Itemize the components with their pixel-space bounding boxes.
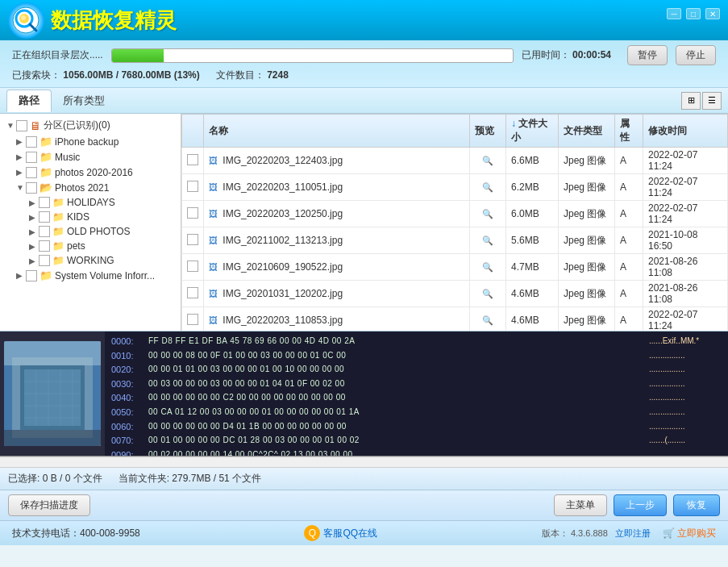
qq-online-button[interactable]: Q 客服QQ在线 [304, 525, 377, 541]
file-type: Jpeg 图像 [559, 281, 615, 307]
row-checkbox[interactable] [187, 234, 198, 245]
tree-item-music[interactable]: ▶ 📁 Music [0, 149, 181, 165]
sysvolume-toggle-icon[interactable]: ▶ [16, 271, 26, 280]
row-checkbox[interactable] [187, 287, 198, 298]
table-row[interactable]: 🖼 IMG_20220203_120250.jpg 🔍 6.0MB Jpeg 图… [182, 201, 728, 227]
tree-item-pets[interactable]: ▶ 📁 pets [0, 239, 181, 253]
holidays-label: HOLIDAYS [67, 197, 115, 208]
tab-type[interactable]: 所有类型 [52, 90, 116, 111]
working-checkbox[interactable] [39, 255, 50, 266]
hex-bytes: 00 03 00 00 00 03 00 00 00 01 04 01 0F 0… [148, 377, 643, 392]
hex-bytes: 00 CA 01 12 00 03 00 00 00 01 00 00 00 0… [148, 406, 643, 420]
oldphotos-checkbox[interactable] [39, 226, 50, 237]
table-row[interactable]: 🖼 IMG_20220203_122403.jpg 🔍 6.6MB Jpeg 图… [182, 148, 728, 174]
col-size[interactable]: ↓ 文件大小 [506, 115, 559, 148]
preview-area: 0000: FF D8 FF E1 DF BA 45 78 69 66 00 0… [0, 331, 728, 457]
iphone-backup-checkbox[interactable] [26, 136, 37, 148]
tree-item-system-volume[interactable]: ▶ 📁 System Volume Inforr... [0, 268, 181, 283]
file-name: IMG_20220203_110853.jpg [223, 315, 343, 326]
preview-search-icon[interactable]: 🔍 [482, 209, 493, 219]
recover-button[interactable]: 恢复 [673, 494, 720, 516]
hex-ascii: ................ [649, 349, 722, 364]
photos2021-toggle-icon[interactable]: ▼ [16, 183, 26, 192]
table-row[interactable]: 🖼 IMG_20210609_190522.jpg 🔍 4.7MB Jpeg 图… [182, 254, 728, 281]
minimize-button[interactable]: ─ [667, 8, 681, 19]
row-checkbox[interactable] [187, 181, 198, 192]
photos2021-checkbox[interactable] [26, 182, 37, 194]
table-row[interactable]: 🖼 IMG_20220203_110853.jpg 🔍 4.6MB Jpeg 图… [182, 307, 728, 331]
row-checkbox[interactable] [187, 207, 198, 219]
file-name: IMG_20220203_120250.jpg [223, 208, 343, 219]
folder-status: 当前文件夹: 279.7MB / 51 个文件 [119, 472, 261, 486]
kids-toggle-icon[interactable]: ▶ [29, 213, 39, 222]
sysvolume-checkbox[interactable] [26, 270, 37, 281]
status-bar: 已选择: 0 B / 0 个文件 当前文件夹: 279.7MB / 51 个文件 [0, 468, 728, 490]
row-checkbox[interactable] [187, 154, 198, 165]
oldphotos-toggle-icon[interactable]: ▶ [29, 227, 39, 236]
preview-search-icon[interactable]: 🔍 [482, 289, 493, 298]
pets-toggle-icon[interactable]: ▶ [29, 242, 39, 251]
tree-item-photos-2020[interactable]: ▶ 📁 photos 2020-2016 [0, 165, 181, 180]
hex-ascii: ................ [649, 377, 722, 392]
table-row[interactable]: 🖼 IMG_20211002_113213.jpg 🔍 5.6MB Jpeg 图… [182, 227, 728, 254]
col-check [182, 115, 204, 148]
buy-link[interactable]: 🛒 立即购买 [663, 527, 716, 540]
register-link[interactable]: 立即注册 [615, 528, 651, 538]
preview-search-icon[interactable]: 🔍 [482, 315, 493, 325]
music-toggle-icon[interactable]: ▶ [16, 152, 26, 161]
col-preview: 预览 [470, 115, 506, 148]
photos2020-folder-icon: 📁 [40, 166, 52, 178]
progress-label: 正在组织目录层次..... [12, 48, 103, 62]
hex-address: 0050: [111, 406, 142, 420]
pause-button[interactable]: 暂停 [627, 45, 668, 65]
tree-root[interactable]: ▼ 🖥 分区(已识别)(0) [0, 117, 181, 134]
maximize-button[interactable]: □ [686, 8, 701, 19]
save-scan-button[interactable]: 保存扫描进度 [8, 494, 90, 516]
grid-view-button[interactable]: ⊞ [681, 92, 701, 110]
iphone-backup-toggle-icon[interactable]: ▶ [16, 137, 26, 146]
root-toggle-icon[interactable]: ▼ [6, 121, 16, 130]
root-checkbox[interactable] [16, 120, 27, 131]
working-toggle-icon[interactable]: ▶ [29, 256, 39, 265]
kids-checkbox[interactable] [39, 211, 50, 223]
preview-search-icon[interactable]: 🔍 [482, 182, 493, 192]
tab-path[interactable]: 路径 [6, 90, 52, 112]
working-label: WORKING [67, 255, 114, 266]
row-checkbox[interactable] [187, 261, 198, 272]
tree-item-working[interactable]: ▶ 📁 WORKING [0, 253, 181, 268]
col-name[interactable]: 名称 [204, 115, 470, 148]
music-checkbox[interactable] [26, 152, 37, 163]
main-menu-button[interactable]: 主菜单 [554, 494, 607, 516]
hex-row: 0010: 00 00 00 08 00 0F 01 00 00 03 00 0… [111, 349, 722, 364]
file-size: 6.2MB [506, 174, 559, 201]
hex-address: 0070: [111, 434, 142, 448]
pets-checkbox[interactable] [39, 240, 50, 252]
close-button[interactable]: ✕ [705, 8, 720, 19]
col-date[interactable]: 修改时间 [643, 115, 728, 148]
photos2020-toggle-icon[interactable]: ▶ [16, 168, 26, 177]
preview-search-icon[interactable]: 🔍 [482, 262, 493, 272]
list-view-button[interactable]: ☰ [702, 92, 722, 110]
holidays-checkbox[interactable] [39, 197, 50, 208]
preview-search-icon[interactable]: 🔍 [482, 156, 493, 165]
horizontal-scrollbar[interactable] [0, 457, 728, 468]
col-attr[interactable]: 属性 [615, 115, 643, 148]
prev-step-button[interactable]: 上一步 [614, 494, 667, 516]
table-row[interactable]: 🖼 IMG_20220203_110051.jpg 🔍 6.2MB Jpeg 图… [182, 174, 728, 201]
stop-button[interactable]: 停止 [676, 45, 716, 65]
holidays-toggle-icon[interactable]: ▶ [29, 198, 39, 207]
oldphotos-folder-icon: 📁 [52, 226, 64, 237]
tree-item-kids[interactable]: ▶ 📁 KIDS [0, 210, 181, 224]
preview-search-icon[interactable]: 🔍 [482, 236, 493, 245]
progress-bar-fill [112, 49, 164, 62]
tree-item-photos-2021[interactable]: ▼ 📂 Photos 2021 [0, 180, 181, 195]
photos2020-checkbox[interactable] [26, 167, 37, 178]
col-type[interactable]: 文件类型 [559, 115, 615, 148]
tree-item-old-photos[interactable]: ▶ 📁 OLD PHOTOS [0, 224, 181, 239]
tree-item-iphone-backup[interactable]: ▶ 📁 iPhone backup [0, 134, 181, 149]
table-row[interactable]: 🖼 IMG_20201031_120202.jpg 🔍 4.6MB Jpeg 图… [182, 281, 728, 307]
hex-row: 0020: 00 00 01 01 00 03 00 00 00 01 00 1… [111, 363, 722, 377]
row-checkbox[interactable] [187, 314, 198, 325]
hex-row: 0060: 00 00 00 00 00 00 D4 01 1B 00 00 0… [111, 420, 722, 435]
tree-item-holidays[interactable]: ▶ 📁 HOLIDAYS [0, 195, 181, 210]
